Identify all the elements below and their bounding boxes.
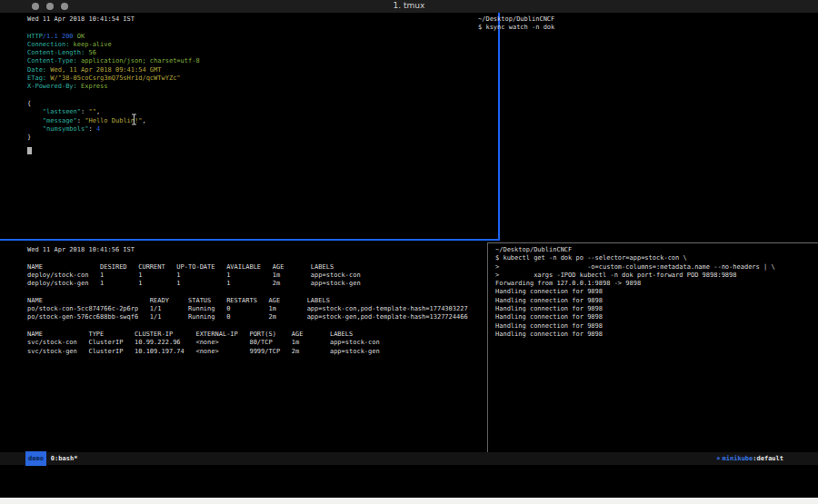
terminal-line: } <box>27 133 498 142</box>
terminal-line: deploy/stock-gen 1 1 1 1 2m app=stock-ge… <box>27 280 509 288</box>
status-left: demo 0:bash* <box>25 452 77 465</box>
pane-http-response[interactable]: Wed 11 Apr 2018 10:41:54 ISTHTTP/1.1 200… <box>0 13 500 241</box>
desktop-background-strip <box>0 498 818 504</box>
terminal-line: ~/Desktop/DublinCNCF <box>495 246 818 254</box>
terminal-line: $ kubectl get -n dok po --selector=app=s… <box>495 254 818 262</box>
terminal-line: Date: Wed, 11 Apr 2018 09:41:54 GMT <box>27 66 498 74</box>
status-right: ⎈ minikube :default <box>716 452 783 465</box>
terminal-line: Content-Length: 56 <box>27 49 498 57</box>
terminal-line: NAME READY STATUS RESTARTS AGE LABELS <box>27 297 509 305</box>
terminal-line <box>27 288 509 296</box>
terminal-line: X-Powered-By: Express <box>27 83 498 91</box>
terminal-line: HTTP/1.1 200 OK <box>27 33 498 41</box>
terminal-window: 1. tmux Wed 11 Apr 2018 10:41:54 ISTHTTP… <box>0 0 818 504</box>
window-tab-bash[interactable]: 0:bash* <box>51 452 78 465</box>
terminal-line <box>27 254 509 262</box>
terminal-line: svc/stock-con ClusterIP 10.99.222.96 <no… <box>27 339 509 347</box>
terminal-line: Wed 11 Apr 2018 10:41:56 IST <box>27 246 509 254</box>
tmux-status-bar: demo 0:bash* ⎈ minikube :default <box>0 452 818 465</box>
pane-port-forward[interactable]: ~/Desktop/DublinCNCF$ kubectl get -n dok… <box>489 243 818 453</box>
terminal-line: NAME TYPE CLUSTER-IP EXTERNAL-IP PORT(S)… <box>27 331 509 339</box>
terminal-line: > xargs -IPOD kubectl -n dok port-forwar… <box>495 272 818 280</box>
terminal-line: Wed 11 Apr 2018 10:41:54 IST <box>27 15 498 24</box>
terminal-line: $ ksync watch -n dok <box>478 24 818 32</box>
terminal-line <box>27 322 509 331</box>
terminal-line: Handling connection for 9898 <box>495 305 818 313</box>
terminal-line: > -o=custom-columns=:metadata.name --no-… <box>495 263 818 272</box>
text-cursor-icon <box>130 112 138 129</box>
terminal-line: NAME DESIRED CURRENT UP-TO-DATE AVAILABL… <box>27 263 509 272</box>
terminal-line <box>27 24 498 32</box>
kube-namespace: :default <box>753 452 783 465</box>
pane-ksync[interactable]: ~/Desktop/DublinCNCF$ ksync watch -n dok <box>474 13 818 242</box>
terminal-line: Handling connection for 9898 <box>495 288 818 296</box>
terminal-line: Connection: keep-alive <box>27 41 498 49</box>
terminal-line: "lastseen": "", <box>27 108 498 116</box>
terminal-line: Forwarding from 127.0.0.1:9898 -> 9898 <box>495 280 818 288</box>
terminal-cursor <box>27 147 32 154</box>
terminal-line: Handling connection for 9898 <box>495 331 818 339</box>
terminal-line: deploy/stock-con 1 1 1 1 1m app=stock-co… <box>27 272 509 280</box>
terminal-line <box>27 92 498 100</box>
session-name-badge: demo <box>25 451 46 466</box>
terminal-line: { <box>27 100 498 108</box>
kube-context: minikube <box>723 452 753 465</box>
pane-divider-horizontal[interactable] <box>487 242 818 243</box>
terminal-line: Content-Type: application/json; charset=… <box>27 57 498 65</box>
terminal-line: Handling connection for 9898 <box>495 322 818 331</box>
terminal-line: po/stock-gen-576cc688bb-swqf6 1/1 Runnin… <box>27 313 509 321</box>
terminal-line: ~/Desktop/DublinCNCF <box>478 15 818 24</box>
terminal-line: Handling connection for 9898 <box>495 297 818 305</box>
window-title: 1. tmux <box>0 1 818 10</box>
terminal-line: Handling connection for 9898 <box>495 313 818 321</box>
pane-kubectl-get[interactable]: Wed 11 Apr 2018 10:41:56 ISTNAME DESIRED… <box>0 239 509 458</box>
terminal-line: "numsymbols": 4 <box>27 125 498 133</box>
helm-icon: ⎈ <box>716 452 720 465</box>
terminal-line: "message": "Hello Dublin!", <box>27 117 498 125</box>
terminal-line: po/stock-con-5cc874766c-2p6rp 1/1 Runnin… <box>27 305 509 313</box>
window-titlebar[interactable]: 1. tmux <box>0 0 818 13</box>
pane-divider-vertical[interactable] <box>487 243 488 452</box>
terminal-line: svc/stock-gen ClusterIP 10.109.197.74 <n… <box>27 348 509 356</box>
terminal-line: ETag: W/"38-05coCsrg3mQ75sHr1d/qcWTwYZc" <box>27 74 498 83</box>
